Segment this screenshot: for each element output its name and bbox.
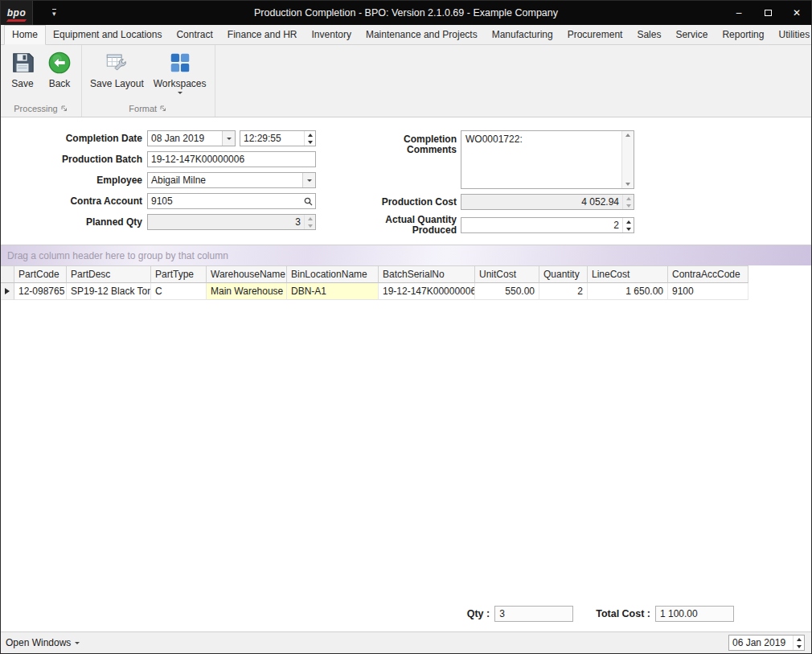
total-cost-label: Total Cost :: [596, 608, 650, 619]
column-header-parttype[interactable]: PartType: [151, 265, 207, 283]
column-header-unitcost[interactable]: UnitCost: [475, 265, 539, 283]
cell-warehousename[interactable]: Main Warehouse: [207, 283, 287, 300]
scroll-up-icon[interactable]: [625, 134, 630, 137]
tab-reporting[interactable]: Reporting: [715, 26, 771, 44]
status-bar: Open Windows 06 Jan 2019: [1, 631, 811, 653]
table-row[interactable]: 12-098765 SP19-12 Black Toner C Main War…: [1, 283, 811, 300]
column-header-contraacccode[interactable]: ContraAccCode: [668, 265, 748, 283]
completion-time-spinner[interactable]: [304, 131, 315, 146]
comments-scrollbar[interactable]: [621, 131, 634, 188]
qty-total-label: Qty :: [467, 608, 490, 619]
search-icon[interactable]: [301, 197, 315, 206]
tab-equipment-and-locations[interactable]: Equipment and Locations: [46, 26, 169, 44]
group-by-panel[interactable]: Drag a column header here to group by th…: [1, 245, 811, 265]
planned-qty-value: 3: [148, 216, 304, 228]
planned-qty-label: Planned Qty: [1, 217, 147, 228]
save-layout-button-label: Save Layout: [90, 78, 144, 89]
tab-sales[interactable]: Sales: [630, 26, 668, 44]
column-header-partdesc[interactable]: PartDesc: [67, 265, 151, 283]
column-header-linecost[interactable]: LineCost: [588, 265, 668, 283]
completion-time-value: 12:29:55: [240, 133, 304, 144]
row-indicator-header: [1, 265, 14, 283]
column-header-binlocationname[interactable]: BinLocationName: [287, 265, 379, 283]
close-button[interactable]: ✕: [782, 1, 811, 25]
completion-comments-textarea[interactable]: WO0001722:: [461, 130, 634, 189]
group-by-hint: Drag a column header here to group by th…: [7, 250, 228, 261]
open-windows-button[interactable]: Open Windows: [6, 637, 80, 648]
back-button-label: Back: [49, 78, 71, 89]
qty-total-field: 3: [494, 606, 573, 622]
actual-quantity-spinner[interactable]: [622, 218, 634, 232]
grid-header-row: PartCode PartDesc PartType WarehouseName…: [1, 265, 811, 283]
group-dialog-launcher-icon[interactable]: [160, 105, 167, 113]
actual-quantity-produced-input[interactable]: 2: [461, 217, 634, 233]
back-button[interactable]: Back: [41, 48, 78, 91]
tab-finance-and-hr[interactable]: Finance and HR: [220, 26, 305, 44]
ribbon: Save Back Processing: [1, 45, 811, 117]
completion-date-input[interactable]: 08 Jan 2019: [147, 130, 236, 146]
cell-partdesc[interactable]: SP19-12 Black Toner: [67, 283, 151, 300]
bpo-logo: bpo: [1, 1, 33, 25]
totals-row: Qty : 3 Total Cost : 1 100.00: [1, 606, 811, 622]
status-date-value: 06 Jan 2019: [729, 637, 793, 648]
save-layout-button[interactable]: Save Layout: [85, 48, 149, 91]
employee-dropdown-icon[interactable]: [302, 173, 315, 187]
employee-label: Employee: [1, 175, 147, 186]
minimize-button[interactable]: –: [724, 1, 753, 25]
column-header-batchserialno[interactable]: BatchSerialNo: [379, 265, 475, 283]
tab-procurement[interactable]: Procurement: [560, 26, 630, 44]
actual-quantity-produced-label: Actual Quantity Produced: [375, 215, 461, 236]
cell-linecost[interactable]: 1 650.00: [588, 283, 668, 300]
chevron-down-icon: [227, 138, 232, 140]
tab-home[interactable]: Home: [4, 25, 46, 45]
format-caption-label: Format: [129, 104, 157, 113]
workspaces-dropdown-icon: [178, 92, 182, 94]
contra-account-input[interactable]: 9105: [147, 193, 316, 209]
production-batch-label: Production Batch: [1, 154, 147, 165]
cell-unitcost[interactable]: 550.00: [475, 283, 539, 300]
completion-date-dropdown-icon[interactable]: [222, 131, 235, 146]
cell-batchserialno[interactable]: 19-12-147K00000006: [379, 283, 475, 300]
ribbon-group-format: Save Layout Workspaces: [82, 45, 215, 117]
column-header-warehousename[interactable]: WarehouseName: [207, 265, 287, 283]
save-layout-icon: [105, 51, 129, 75]
ribbon-group-caption-format: Format: [82, 103, 215, 117]
column-header-quantity[interactable]: Quantity: [539, 265, 588, 283]
cell-parttype[interactable]: C: [151, 283, 207, 300]
quick-access-dropdown-icon[interactable]: ▾: [52, 9, 56, 18]
cell-partcode[interactable]: 12-098765: [14, 283, 67, 300]
production-cost-label: Production Cost: [375, 197, 461, 208]
save-icon: [10, 51, 35, 75]
employee-select[interactable]: Abigail Milne: [147, 172, 316, 188]
workspaces-button[interactable]: Workspaces: [149, 48, 211, 96]
cell-quantity[interactable]: 2: [539, 283, 588, 300]
tab-service[interactable]: Service: [668, 26, 715, 44]
production-batch-input[interactable]: 19-12-147K00000006: [147, 151, 316, 167]
maximize-button[interactable]: [753, 1, 782, 25]
completion-date-label: Completion Date: [1, 134, 147, 144]
cell-binlocationname[interactable]: DBN-A1: [287, 283, 379, 300]
group-dialog-launcher-icon[interactable]: [61, 105, 68, 113]
status-date-input[interactable]: 06 Jan 2019: [728, 635, 805, 651]
status-date-spinner[interactable]: [793, 635, 804, 650]
tab-utilities[interactable]: Utilities: [771, 26, 812, 44]
cell-contraacccode[interactable]: 9100: [668, 283, 748, 300]
save-button[interactable]: Save: [4, 48, 41, 91]
completion-time-input[interactable]: 12:29:55: [240, 130, 316, 146]
bpo-logo-text: bpo: [7, 7, 27, 19]
tab-inventory[interactable]: Inventory: [305, 26, 359, 44]
chevron-down-icon: [307, 179, 312, 182]
planned-qty-input: 3: [147, 214, 316, 230]
production-cost-value: 4 052.94: [461, 196, 622, 208]
completion-comments-value[interactable]: WO0001722:: [461, 131, 621, 188]
tab-contract[interactable]: Contract: [169, 26, 219, 44]
employee-value: Abigail Milne: [148, 175, 302, 186]
tab-maintenance-and-projects[interactable]: Maintenance and Projects: [359, 26, 485, 44]
window-title: Production Completion - BPO: Version 2.1…: [1, 7, 811, 19]
column-header-partcode[interactable]: PartCode: [14, 265, 67, 283]
scroll-down-icon[interactable]: [625, 183, 630, 186]
titlebar: bpo ▾ Production Completion - BPO: Versi…: [1, 1, 811, 25]
completion-comments-label: Completion Comments: [375, 130, 461, 155]
tab-manufacturing[interactable]: Manufacturing: [485, 26, 560, 44]
workspaces-icon: [168, 51, 192, 75]
